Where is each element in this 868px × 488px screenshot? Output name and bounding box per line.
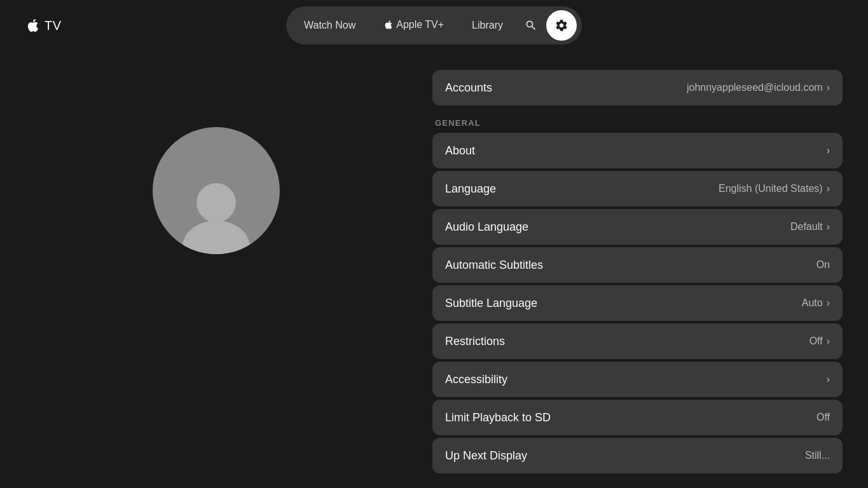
restrictions-label: Restrictions xyxy=(445,335,505,348)
search-button[interactable] xyxy=(518,13,544,38)
restrictions-chevron-icon: › xyxy=(827,336,830,347)
automatic-subtitles-row[interactable]: Automatic Subtitles On xyxy=(432,247,843,283)
accessibility-value: › xyxy=(827,374,830,385)
about-row[interactable]: About › xyxy=(432,133,843,168)
up-next-display-value: Still... xyxy=(805,450,830,461)
accounts-row[interactable]: Accounts johnnyappleseed@icloud.com › xyxy=(432,70,843,105)
language-label: Language xyxy=(445,182,496,196)
nav-bar: TV Watch Now Apple TV+ Library xyxy=(0,0,868,51)
search-icon xyxy=(525,19,537,32)
accessibility-row[interactable]: Accessibility › xyxy=(432,362,843,397)
limit-playback-value: Off xyxy=(816,412,830,423)
apple-tv-plus-icon xyxy=(383,20,394,30)
subtitle-language-label: Subtitle Language xyxy=(445,297,537,310)
accessibility-chevron-icon: › xyxy=(827,374,830,385)
language-chevron-icon: › xyxy=(827,183,830,194)
language-row[interactable]: Language English (United States) › xyxy=(432,171,843,207)
subtitle-language-chevron-icon: › xyxy=(827,297,830,309)
settings-section: Accounts johnnyappleseed@icloud.com › GE… xyxy=(432,64,868,475)
apple-tv-logo: TV xyxy=(25,18,62,33)
audio-language-label: Audio Language xyxy=(445,220,528,234)
up-next-display-row[interactable]: Up Next Display Still... xyxy=(432,438,843,473)
avatar-section xyxy=(0,64,432,475)
avatar xyxy=(153,127,280,254)
settings-button[interactable] xyxy=(546,10,577,41)
about-label: About xyxy=(445,144,475,158)
apple-logo-icon xyxy=(25,18,41,33)
limit-playback-row[interactable]: Limit Playback to SD Off xyxy=(432,400,843,435)
up-next-display-label: Up Next Display xyxy=(445,449,527,463)
nav-pill: Watch Now Apple TV+ Library xyxy=(286,6,582,44)
automatic-subtitles-label: Automatic Subtitles xyxy=(445,259,543,272)
accounts-chevron-icon: › xyxy=(827,82,830,93)
audio-language-value: Default › xyxy=(790,221,830,233)
subtitle-language-row[interactable]: Subtitle Language Auto › xyxy=(432,285,843,321)
audio-language-row[interactable]: Audio Language Default › xyxy=(432,209,843,245)
accounts-label: Accounts xyxy=(445,81,492,95)
nav-apple-tv-plus[interactable]: Apple TV+ xyxy=(371,14,457,37)
svg-point-1 xyxy=(183,220,250,254)
main-content: Accounts johnnyappleseed@icloud.com › GE… xyxy=(0,51,868,488)
automatic-subtitles-value: On xyxy=(816,259,830,271)
avatar-person-icon xyxy=(172,172,261,254)
language-value: English (United States) › xyxy=(719,183,830,194)
logo-tv-text: TV xyxy=(45,18,62,33)
accessibility-label: Accessibility xyxy=(445,373,507,386)
accounts-value: johnnyappleseed@icloud.com › xyxy=(687,82,830,93)
svg-point-0 xyxy=(196,183,236,222)
about-chevron-icon: › xyxy=(827,145,830,156)
nav-library[interactable]: Library xyxy=(459,15,516,36)
subtitle-language-value: Auto › xyxy=(802,297,830,309)
audio-language-chevron-icon: › xyxy=(827,221,830,233)
nav-watch-now[interactable]: Watch Now xyxy=(291,15,368,36)
gear-icon xyxy=(555,18,568,32)
restrictions-value: Off › xyxy=(809,336,830,347)
limit-playback-label: Limit Playback to SD xyxy=(445,411,551,424)
restrictions-row[interactable]: Restrictions Off › xyxy=(432,323,843,359)
general-section-header: GENERAL xyxy=(432,108,843,133)
about-value: › xyxy=(827,145,830,156)
